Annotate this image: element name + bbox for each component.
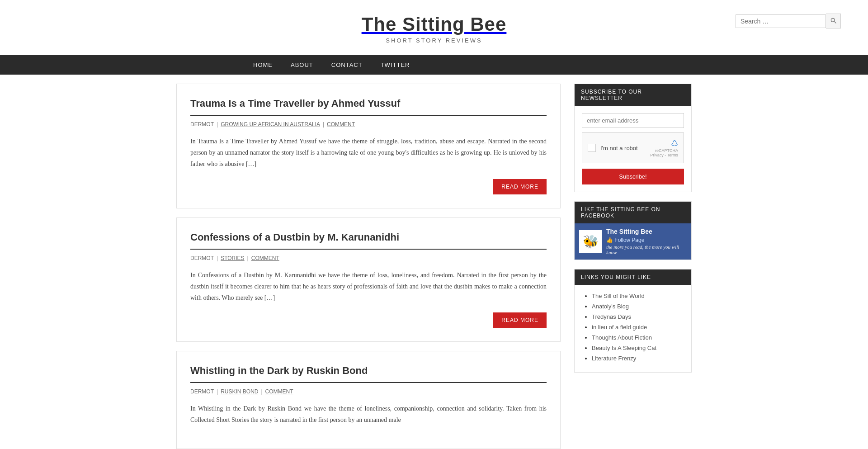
facebook-follow-label: 👍 Follow Page xyxy=(606,237,687,243)
facebook-widget-body: 🐝 The Sitting Bee 👍 Follow Page the more… xyxy=(575,223,691,260)
read-more-button[interactable]: READ MORE xyxy=(493,179,547,194)
post-meta: DERMOT | GROWING UP AFRICAN IN AUSTRALIA… xyxy=(190,121,547,128)
search-icon xyxy=(830,17,837,24)
facebook-page-box[interactable]: 🐝 The Sitting Bee 👍 Follow Page the more… xyxy=(575,223,691,260)
post-author: DERMOT xyxy=(190,121,214,128)
post-meta: DERMOT | RUSKIN BOND | COMMENT xyxy=(190,388,547,395)
post-card: Whistling in the Dark by Ruskin Bond DER… xyxy=(176,351,561,449)
meta-sep: | xyxy=(217,388,218,395)
list-item: Literature Frenzy xyxy=(592,354,684,362)
post-author: DERMOT xyxy=(190,388,214,395)
meta-sep: | xyxy=(217,121,218,128)
links-list: The Sill of the World Anatoly's Blog Tre… xyxy=(582,292,684,362)
facebook-page-info: The Sitting Bee 👍 Follow Page the more y… xyxy=(606,228,687,255)
link-literature[interactable]: Literature Frenzy xyxy=(592,355,636,362)
newsletter-email-input[interactable] xyxy=(582,113,684,128)
post-comment[interactable]: COMMENT xyxy=(251,255,279,261)
link-sill[interactable]: The Sill of the World xyxy=(592,293,645,299)
captcha-checkbox[interactable] xyxy=(588,144,596,152)
link-thoughts[interactable]: Thoughts About Fiction xyxy=(592,334,652,341)
post-card: Trauma Is a Time Traveller by Ahmed Yuss… xyxy=(176,84,561,208)
nav-home[interactable]: HOME xyxy=(244,55,282,75)
captcha-box: I'm not a robot ♺ reCAPTCHAPrivacy - Ter… xyxy=(582,132,684,163)
list-item: The Sill of the World xyxy=(592,292,684,300)
post-excerpt: In Trauma Is a Time Traveller by Ahmed Y… xyxy=(190,136,547,170)
link-tredynas[interactable]: Tredynas Days xyxy=(592,313,631,320)
post-comment[interactable]: COMMENT xyxy=(327,121,355,128)
post-author: DERMOT xyxy=(190,255,214,261)
newsletter-widget: SUBSCRIBE TO OUR NEWSLETTER I'm not a ro… xyxy=(574,84,692,192)
main-nav: HOME ABOUT CONTACT TWITTER xyxy=(0,55,868,75)
post-comment[interactable]: COMMENT xyxy=(265,388,293,395)
facebook-tagline: the more you read, the more you will kno… xyxy=(606,244,687,255)
post-title[interactable]: Trauma Is a Time Traveller by Ahmed Yuss… xyxy=(190,98,547,116)
site-title-link[interactable]: The Sitting Bee xyxy=(9,14,859,35)
post-excerpt: In Confessions of a Dustbin by M. Karuna… xyxy=(190,269,547,304)
list-item: Anatoly's Blog xyxy=(592,302,684,310)
recaptcha-text: reCAPTCHAPrivacy - Terms xyxy=(650,148,678,157)
nav-about[interactable]: ABOUT xyxy=(282,55,322,75)
links-widget-title: LINKS YOU MIGHT LIKE xyxy=(575,269,691,285)
list-item: Tredynas Days xyxy=(592,313,684,321)
meta-sep: | xyxy=(217,255,218,261)
read-more-button[interactable]: READ MORE xyxy=(493,312,547,328)
post-excerpt: In Whistling in the Dark by Ruskin Bond … xyxy=(190,403,547,425)
links-widget: LINKS YOU MIGHT LIKE The Sill of the Wor… xyxy=(574,269,692,373)
facebook-widget-title: LIKE THE SITTING BEE ON FACEBOOK xyxy=(575,202,691,223)
meta-sep: | xyxy=(323,121,324,128)
search-input[interactable] xyxy=(736,14,826,28)
meta-sep: | xyxy=(261,388,262,395)
post-meta: DERMOT | STORIES | COMMENT xyxy=(190,255,547,261)
list-item: Thoughts About Fiction xyxy=(592,334,684,341)
search-button[interactable] xyxy=(826,14,841,28)
newsletter-widget-body: I'm not a robot ♺ reCAPTCHAPrivacy - Ter… xyxy=(575,106,691,192)
post-title[interactable]: Confessions of a Dustbin by M. Karunanid… xyxy=(190,232,547,250)
subscribe-button[interactable]: Subscribe! xyxy=(582,169,684,184)
captcha-logo: ♺ reCAPTCHAPrivacy - Terms xyxy=(650,138,678,157)
link-field-guide[interactable]: in lieu of a field guide xyxy=(592,324,647,331)
facebook-page-name: The Sitting Bee xyxy=(606,228,687,235)
sidebar: SUBSCRIBE TO OUR NEWSLETTER I'm not a ro… xyxy=(574,84,692,449)
links-widget-body: The Sill of the World Anatoly's Blog Tre… xyxy=(575,285,691,372)
meta-sep: | xyxy=(247,255,249,261)
captcha-label: I'm not a robot xyxy=(600,145,646,151)
newsletter-widget-title: SUBSCRIBE TO OUR NEWSLETTER xyxy=(575,84,691,106)
list-item: Beauty Is A Sleeping Cat xyxy=(592,344,684,352)
post-category[interactable]: RUSKIN BOND xyxy=(221,388,258,395)
post-category[interactable]: STORIES xyxy=(221,255,244,261)
search-form xyxy=(736,14,841,28)
recaptcha-icon: ♺ xyxy=(650,138,678,148)
site-header: The Sitting Bee SHORT STORY REVIEWS xyxy=(0,0,868,48)
post-title[interactable]: Whistling in the Dark by Ruskin Bond xyxy=(190,365,547,383)
main-content: Trauma Is a Time Traveller by Ahmed Yuss… xyxy=(176,84,561,449)
site-subtitle: SHORT STORY REVIEWS xyxy=(9,37,859,44)
nav-contact[interactable]: CONTACT xyxy=(322,55,372,75)
site-title: The Sitting Bee xyxy=(9,14,859,35)
post-card: Confessions of a Dustbin by M. Karunanid… xyxy=(176,217,561,342)
facebook-bee-icon: 🐝 xyxy=(579,230,602,253)
main-container: Trauma Is a Time Traveller by Ahmed Yuss… xyxy=(167,75,701,449)
list-item: in lieu of a field guide xyxy=(592,323,684,331)
nav-twitter[interactable]: TWITTER xyxy=(372,55,419,75)
link-anatoly[interactable]: Anatoly's Blog xyxy=(592,303,629,310)
post-category[interactable]: GROWING UP AFRICAN IN AUSTRALIA xyxy=(221,121,320,128)
facebook-widget: LIKE THE SITTING BEE ON FACEBOOK 🐝 The S… xyxy=(574,201,692,260)
link-beauty[interactable]: Beauty Is A Sleeping Cat xyxy=(592,345,656,351)
